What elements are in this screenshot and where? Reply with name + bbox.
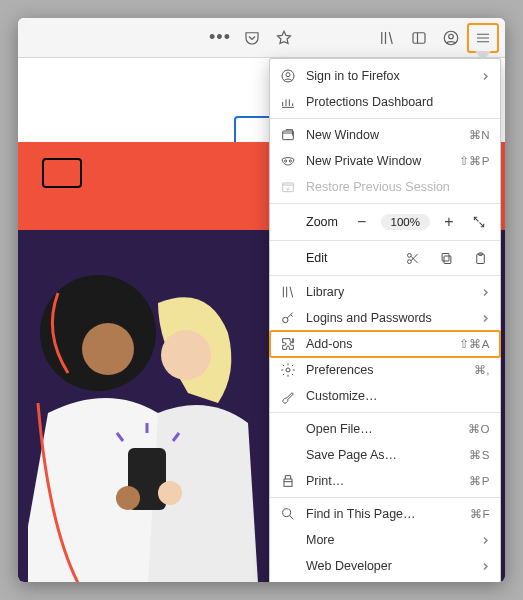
separator [270, 118, 500, 119]
chevron-right-icon [480, 288, 490, 297]
menu-web-developer[interactable]: Web Developer [270, 553, 500, 579]
menu-logins[interactable]: Logins and Passwords [270, 305, 500, 331]
copy-icon [439, 251, 454, 266]
menu-label: Restore Previous Session [306, 180, 490, 194]
chevron-right-icon [480, 536, 490, 545]
zoom-label: Zoom [280, 215, 343, 229]
svg-rect-23 [284, 482, 292, 487]
paste-button[interactable] [470, 248, 490, 268]
zoom-in-button[interactable]: + [438, 211, 460, 233]
zoom-value[interactable]: 100% [381, 214, 430, 230]
pocket-button[interactable] [236, 23, 268, 53]
menu-shortcut: ⇧⌘P [459, 154, 490, 168]
svg-point-5 [161, 330, 211, 380]
pocket-icon [243, 29, 261, 47]
menu-open-file[interactable]: Open File… ⌘O [270, 416, 500, 442]
key-icon [280, 310, 296, 326]
sidebar-icon [410, 29, 428, 47]
browser-toolbar: ••• [18, 18, 505, 58]
scissors-icon [405, 251, 420, 266]
chevron-right-icon [480, 562, 490, 571]
menu-protections[interactable]: Protections Dashboard [270, 89, 500, 115]
menu-shortcut: ⌘O [468, 422, 490, 436]
menu-restore-session: Restore Previous Session [270, 174, 500, 200]
menu-library[interactable]: Library [270, 279, 500, 305]
menu-label: Add-ons [306, 337, 449, 351]
svg-point-24 [283, 509, 291, 517]
menu-label: New Private Window [306, 154, 449, 168]
hero-button-outline[interactable] [42, 158, 82, 188]
menu-shortcut: ⌘F [470, 507, 490, 521]
menu-label: Preferences [306, 363, 464, 377]
menu-label: Library [306, 285, 470, 299]
menu-new-window[interactable]: New Window ⌘N [270, 122, 500, 148]
fullscreen-icon [472, 215, 486, 229]
menu-new-private-window[interactable]: New Private Window ⇧⌘P [270, 148, 500, 174]
svg-point-10 [286, 73, 290, 77]
svg-point-21 [283, 317, 288, 322]
menu-save-page[interactable]: Save Page As… ⌘S [270, 442, 500, 468]
separator [270, 497, 500, 498]
svg-point-4 [82, 323, 134, 375]
account-toolbar-button[interactable] [435, 23, 467, 53]
menu-label: Sign in to Firefox [306, 69, 470, 83]
menu-sign-in[interactable]: Sign in to Firefox [270, 63, 500, 89]
menu-shortcut: ⌘S [469, 448, 490, 462]
gear-icon [280, 362, 296, 378]
mask-icon [280, 153, 296, 169]
menu-find[interactable]: Find in This Page… ⌘F [270, 501, 500, 527]
library-icon [378, 29, 396, 47]
menu-label: New Window [306, 128, 459, 142]
svg-rect-17 [444, 256, 451, 264]
menu-print[interactable]: Print… ⌘P [270, 468, 500, 494]
chevron-right-icon [480, 72, 490, 81]
svg-point-13 [289, 160, 291, 162]
menu-label: Print… [306, 474, 459, 488]
dashboard-icon [280, 94, 296, 110]
zoom-out-button[interactable]: − [351, 211, 373, 233]
svg-point-7 [116, 486, 140, 510]
menu-shortcut: ⇧⌘A [459, 337, 490, 351]
separator [270, 412, 500, 413]
search-icon [280, 506, 296, 522]
separator [270, 240, 500, 241]
puzzle-icon [280, 336, 296, 352]
paintbrush-icon [280, 388, 296, 404]
svg-rect-11 [283, 131, 294, 140]
meatballs-icon: ••• [209, 27, 231, 48]
menu-label: More [306, 533, 470, 547]
menu-help[interactable]: Help [270, 579, 500, 582]
svg-rect-0 [413, 32, 425, 43]
printer-icon [280, 473, 296, 489]
cut-button[interactable] [402, 248, 422, 268]
menu-label: Find in This Page… [306, 507, 460, 521]
menu-label: Customize… [306, 389, 490, 403]
page-actions-button[interactable]: ••• [204, 23, 236, 53]
app-menu-button[interactable] [467, 23, 499, 53]
account-circle-icon [280, 68, 296, 84]
svg-point-12 [285, 160, 287, 162]
app-menu-panel: Sign in to Firefox Protections Dashboard… [269, 58, 501, 582]
fullscreen-button[interactable] [468, 211, 490, 233]
window-icon [280, 127, 296, 143]
menu-addons[interactable]: Add-ons ⇧⌘A [270, 331, 500, 357]
bookmark-star-button[interactable] [268, 23, 300, 53]
edit-label: Edit [280, 251, 388, 265]
menu-more[interactable]: More [270, 527, 500, 553]
account-icon [442, 29, 460, 47]
menu-label: Save Page As… [306, 448, 459, 462]
menu-shortcut: ⌘, [474, 363, 490, 377]
menu-shortcut: ⌘N [469, 128, 490, 142]
menu-label: Open File… [306, 422, 458, 436]
menu-preferences[interactable]: Preferences ⌘, [270, 357, 500, 383]
menu-customize[interactable]: Customize… [270, 383, 500, 409]
library-icon [280, 284, 296, 300]
copy-button[interactable] [436, 248, 456, 268]
library-toolbar-button[interactable] [371, 23, 403, 53]
separator [270, 203, 500, 204]
star-icon [275, 29, 293, 47]
menu-edit-row: Edit [270, 244, 500, 272]
menu-zoom-row: Zoom − 100% + [270, 207, 500, 237]
sidebar-toolbar-button[interactable] [403, 23, 435, 53]
menu-label: Logins and Passwords [306, 311, 470, 325]
